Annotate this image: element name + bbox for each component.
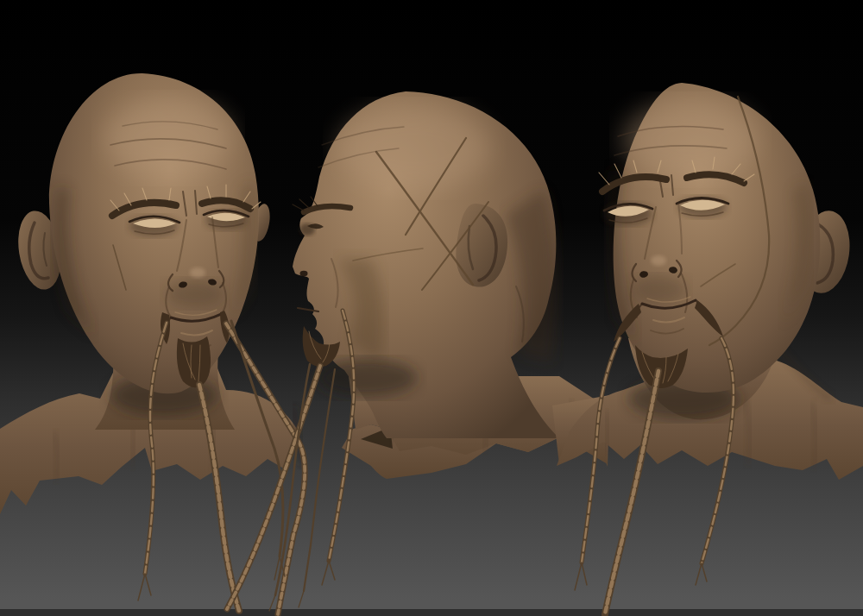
sculpture-render <box>0 0 863 616</box>
viewport-floor-strip <box>0 609 863 616</box>
center-nostril <box>300 271 308 276</box>
sculpt-viewport <box>0 0 863 616</box>
